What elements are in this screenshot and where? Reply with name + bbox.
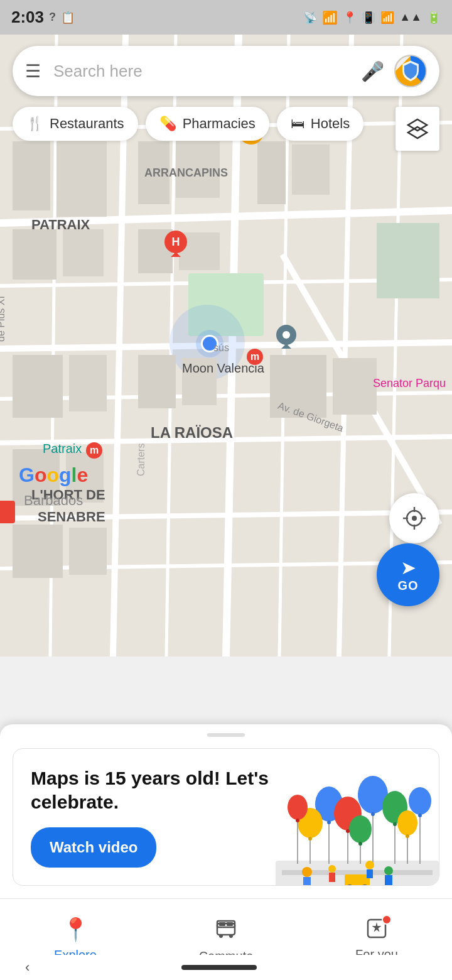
card-text-side: Maps is 15 years old! Let's celebrate. W…	[13, 766, 276, 885]
svg-rect-21	[13, 229, 56, 280]
chip-hotels-label: Hotels	[311, 116, 350, 132]
go-arrow-icon: ➤	[401, 557, 416, 579]
chip-restaurants[interactable]: 🍴 Restaurants	[13, 107, 138, 141]
svg-rect-25	[257, 141, 286, 204]
svg-marker-46	[171, 252, 181, 257]
avatar[interactable]	[394, 55, 427, 87]
svg-rect-35	[138, 355, 176, 408]
metro-badge-sus: m	[247, 349, 263, 365]
go-button[interactable]: ➤ GO	[377, 543, 439, 606]
menu-icon[interactable]: ☰	[25, 61, 41, 82]
svg-marker-49	[281, 344, 291, 349]
back-button[interactable]: ‹	[25, 959, 30, 976]
svg-rect-62	[329, 873, 335, 882]
svg-text:H: H	[172, 236, 180, 248]
svg-rect-30	[69, 355, 107, 411]
svg-rect-65	[345, 874, 370, 885]
balloons-illustration	[276, 766, 439, 885]
svg-point-92	[418, 814, 422, 817]
svg-rect-34	[69, 528, 107, 575]
svg-rect-20	[56, 141, 107, 217]
location-icon: 📍	[343, 11, 357, 24]
go-label: GO	[397, 579, 418, 593]
svg-rect-29	[13, 355, 63, 418]
status-time: 2:03	[11, 8, 44, 27]
svg-point-90	[308, 837, 312, 841]
search-bar[interactable]: ☰ Search here 🎤	[13, 46, 439, 96]
map-label-barbados: Barbados	[24, 493, 83, 509]
svg-rect-19	[13, 141, 50, 210]
svg-rect-60	[303, 877, 311, 885]
svg-point-102	[229, 934, 233, 938]
status-bar: 2:03 ? 📋 📡 📶 📍 📳 📶 ▲▲ 🔋	[0, 0, 452, 35]
svg-point-52	[412, 516, 417, 521]
pharmacy-icon: 💊	[159, 116, 176, 132]
for-you-icon-wrap	[365, 917, 388, 942]
svg-point-59	[302, 867, 312, 877]
cast-icon: 📡	[303, 11, 317, 24]
bottom-sheet: Maps is 15 years old! Let's celebrate. W…	[0, 724, 452, 898]
svg-rect-100	[227, 922, 233, 926]
hotel-icon: 🛏	[291, 116, 304, 132]
svg-rect-22	[63, 229, 104, 276]
svg-point-88	[346, 829, 350, 833]
location-crosshair-icon	[403, 507, 426, 530]
sheet-handle	[207, 733, 245, 737]
map-pin-hotel: H	[163, 229, 188, 263]
svg-marker-43	[408, 127, 427, 138]
svg-point-82	[349, 815, 372, 843]
svg-point-91	[296, 819, 299, 822]
layer-toggle-button[interactable]	[396, 107, 439, 151]
svg-marker-42	[408, 119, 427, 131]
svg-point-87	[371, 812, 375, 816]
map-pin-gray	[275, 324, 298, 355]
svg-rect-39	[377, 223, 439, 298]
home-bar: ‹	[0, 955, 452, 980]
commute-icon	[215, 916, 237, 944]
restaurant-icon: 🍴	[26, 116, 43, 132]
svg-rect-64	[385, 875, 392, 885]
svg-point-86	[327, 820, 331, 824]
notification-dot	[382, 915, 392, 925]
svg-point-89	[393, 822, 397, 826]
signal-icon: ▲▲	[399, 11, 422, 24]
svg-point-61	[328, 865, 336, 873]
chip-pharmacies-label: Pharmacies	[183, 116, 256, 132]
battery-icon: 🔋	[427, 11, 441, 24]
map-label-hort2: SENABRE	[38, 509, 105, 525]
map-label-arrancapins: ARRANCAPINS	[144, 166, 228, 180]
chip-restaurants-label: Restaurants	[50, 116, 124, 132]
chip-pharmacies[interactable]: 💊 Pharmacies	[146, 107, 269, 141]
category-chips: 🍴 Restaurants 💊 Pharmacies 🛏 Hotels	[13, 107, 363, 141]
metro-badge-patraix: m	[86, 442, 102, 459]
microphone-icon[interactable]: 🎤	[361, 60, 384, 82]
svg-point-94	[406, 834, 409, 838]
svg-point-48	[282, 331, 290, 339]
svg-point-63	[384, 866, 393, 875]
my-location-button[interactable]	[389, 493, 439, 543]
map-area[interactable]: Plaça d ☰ Search here 🎤 🍴 Restaurants 💊 …	[0, 35, 452, 656]
card-image-side	[276, 766, 439, 885]
celebration-card: Maps is 15 years old! Let's celebrate. W…	[13, 748, 439, 886]
explore-icon: 📍	[62, 917, 90, 943]
map-label-patraix-metro: Patraix	[43, 442, 82, 456]
map-label-patraix: PATRAIX	[31, 217, 90, 233]
map-label-senator: Senator Parqu	[373, 377, 446, 390]
svg-rect-26	[292, 144, 330, 195]
map-label-la-raiosa: LA RAÏOSA	[151, 424, 233, 442]
home-indicator[interactable]	[181, 965, 257, 970]
wifi-icon: 📶	[380, 11, 394, 24]
svg-point-93	[358, 842, 362, 846]
svg-point-101	[219, 934, 223, 938]
svg-point-78	[288, 795, 308, 820]
watch-video-button[interactable]: Watch video	[31, 827, 156, 868]
map-label-sus: sús	[213, 342, 229, 354]
chip-hotels[interactable]: 🛏 Hotels	[277, 107, 363, 141]
google-logo: Google	[19, 464, 88, 487]
card-title: Maps is 15 years old! Let's celebrate.	[31, 766, 276, 814]
map-edge-marker	[0, 501, 15, 523]
svg-point-80	[409, 787, 431, 815]
search-input[interactable]: Search here	[53, 62, 361, 81]
bluetooth-icon: 📶	[322, 10, 338, 25]
svg-marker-104	[372, 922, 382, 932]
